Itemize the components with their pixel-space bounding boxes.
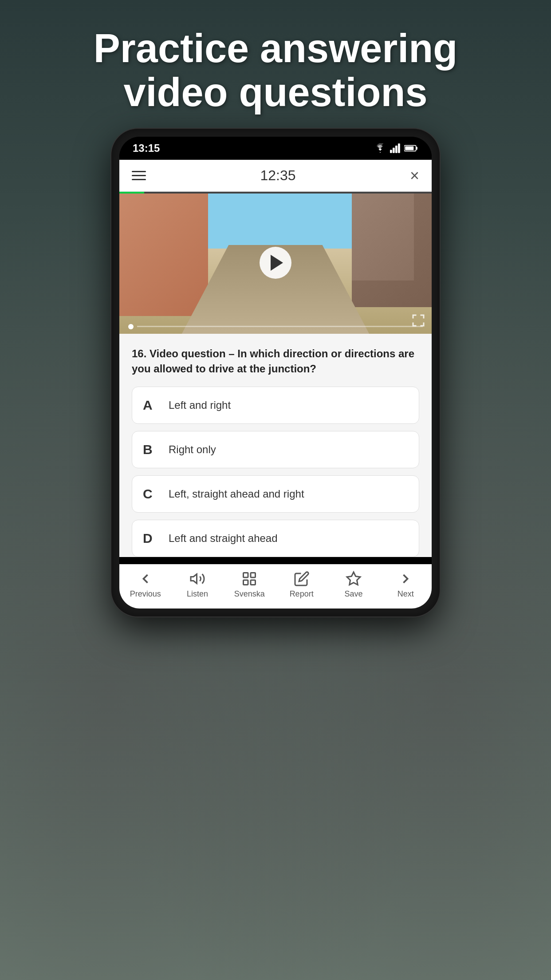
- status-icons: [374, 143, 418, 153]
- svg-marker-7: [191, 574, 197, 584]
- nav-report[interactable]: Report: [284, 571, 319, 599]
- signal-icon: [390, 143, 401, 153]
- answer-text-c: Left, straight ahead and right: [169, 488, 304, 500]
- chevron-left-icon: [138, 571, 153, 587]
- chevron-right-icon: [398, 571, 413, 587]
- svg-rect-2: [395, 146, 398, 153]
- answer-letter-b: B: [143, 442, 159, 457]
- status-time: 13:15: [133, 142, 160, 154]
- phone-wrapper: 13:15: [111, 129, 440, 616]
- wifi-icon: [374, 143, 386, 153]
- headline-container: Practice answering video questions: [0, 27, 551, 115]
- svg-rect-9: [251, 573, 256, 578]
- headline-text: Practice answering video questions: [27, 27, 524, 115]
- video-position-dot: [128, 324, 134, 329]
- nav-save-label: Save: [344, 589, 362, 599]
- answer-letter-d: D: [143, 531, 159, 546]
- fullscreen-icon: [410, 312, 426, 328]
- nav-svenska-label: Svenska: [234, 589, 265, 599]
- svg-rect-3: [398, 143, 400, 153]
- fullscreen-button[interactable]: [410, 312, 426, 328]
- answer-letter-a: A: [143, 398, 159, 413]
- nav-next[interactable]: Next: [388, 571, 423, 599]
- grid-icon: [241, 571, 257, 587]
- nav-listen-label: Listen: [187, 589, 208, 599]
- speaker-icon: [189, 571, 205, 587]
- nav-next-label: Next: [398, 589, 414, 599]
- nav-previous[interactable]: Previous: [128, 571, 163, 599]
- svg-rect-6: [405, 146, 413, 150]
- hamburger-menu[interactable]: [132, 171, 146, 180]
- play-button[interactable]: [260, 247, 291, 279]
- answer-text-b: Right only: [169, 443, 216, 456]
- phone-screen: 13:15: [119, 137, 432, 609]
- answer-option-a[interactable]: A Left and right: [132, 387, 419, 424]
- answer-text-a: Left and right: [169, 399, 231, 411]
- nav-save[interactable]: Save: [336, 571, 371, 599]
- star-icon: [346, 571, 362, 587]
- svg-rect-11: [251, 580, 256, 585]
- svg-rect-1: [393, 148, 395, 153]
- phone-outer: 13:15: [111, 129, 440, 616]
- building-left: [119, 192, 208, 316]
- svg-rect-8: [244, 573, 248, 578]
- nav-report-label: Report: [290, 589, 314, 599]
- hamburger-line-3: [132, 179, 146, 180]
- app-header: 12:35 ×: [119, 160, 432, 192]
- answer-text-d: Left and straight ahead: [169, 532, 278, 545]
- headline-line2: video questions: [123, 70, 427, 115]
- question-text: 16. Video question – In which direction …: [132, 346, 419, 376]
- svg-rect-0: [390, 150, 392, 153]
- answer-option-c[interactable]: C Left, straight ahead and right: [132, 475, 419, 513]
- answer-option-d[interactable]: D Left and straight ahead: [132, 520, 419, 557]
- svg-rect-10: [244, 580, 248, 585]
- bottom-nav: Previous Listen: [119, 564, 432, 609]
- app-timer: 12:35: [260, 167, 295, 184]
- svg-rect-5: [416, 147, 417, 150]
- building-right-2: [352, 192, 414, 281]
- nav-listen[interactable]: Listen: [180, 571, 215, 599]
- status-bar: 13:15: [119, 137, 432, 160]
- question-section: 16. Video question – In which direction …: [119, 334, 432, 557]
- answer-letter-c: C: [143, 486, 159, 502]
- nav-svenska[interactable]: Svenska: [232, 571, 267, 599]
- nav-previous-label: Previous: [130, 589, 161, 599]
- battery-icon: [404, 144, 418, 152]
- close-button[interactable]: ×: [410, 168, 419, 184]
- answer-option-b[interactable]: B Right only: [132, 431, 419, 468]
- svg-marker-12: [347, 572, 360, 585]
- video-timeline: [137, 326, 423, 327]
- report-icon: [294, 571, 310, 587]
- headline-line1: Practice answering: [94, 26, 457, 71]
- video-progress-bar: [119, 192, 432, 194]
- video-progress-fill: [119, 192, 144, 194]
- video-area[interactable]: [119, 192, 432, 334]
- hamburger-line-1: [132, 171, 146, 172]
- hamburger-line-2: [132, 175, 146, 176]
